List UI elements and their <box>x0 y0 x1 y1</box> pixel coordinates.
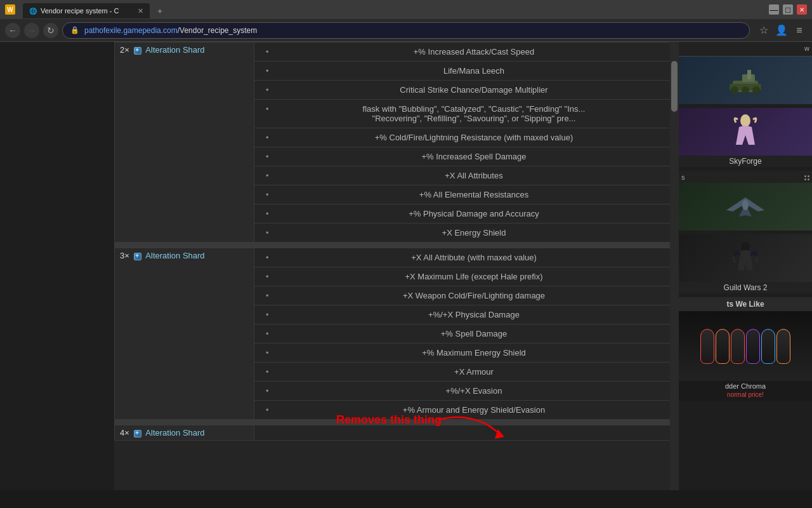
dot-grid-icon-2 <box>804 172 809 182</box>
result-item: Critical Strike Chance/Damage Multiplier <box>259 83 673 97</box>
ad-mouse-product[interactable]: dder Chroma normal price! <box>679 311 812 401</box>
alteration-shard-link-4x[interactable]: Alteration Shard <box>145 428 204 438</box>
section-2x-row: 2× Alteration Shard +% Increased Attack/… <box>115 43 679 62</box>
fantasy-character-icon <box>733 113 758 151</box>
result-item: +% Spell Damage <box>259 327 673 340</box>
result-item: +% All Elemental Resistances <box>259 188 673 201</box>
guildwars-game-image <box>679 234 812 282</box>
alteration-shard-link-3x[interactable]: Alteration Shard <box>145 251 204 260</box>
result-cell-3x-1: +X All Attribute (with maxed value) <box>254 248 679 267</box>
result-item: +% Maximum Energy Shield <box>259 346 673 359</box>
back-button[interactable]: ← <box>5 23 20 38</box>
mouse-product-image <box>679 311 812 381</box>
result-item: +X Maximum Life (except Hale prefix) <box>259 270 673 283</box>
url-display: pathofexile.gamepedia.com/Vendor_recipe_… <box>84 26 257 35</box>
browser-icon: W <box>5 4 15 15</box>
ad-guildwars-game[interactable]: Guild Wars 2 <box>679 234 812 293</box>
quantity-3x-cell: 3× Alteration Shard <box>115 248 254 420</box>
result-item: +% Cold/Fire/Lightning Resistance (with … <box>259 131 673 144</box>
mouse-3 <box>731 329 745 364</box>
row-divider-2 <box>115 420 679 425</box>
ad-top-section: w <box>679 42 812 57</box>
maximize-button[interactable]: □ <box>783 4 793 15</box>
result-item: +X Energy Shield <box>259 226 673 239</box>
tank-icon <box>723 65 768 97</box>
ad-fantasy-game[interactable]: SkyForge <box>679 108 812 167</box>
svg-point-8 <box>740 114 750 127</box>
row-divider <box>115 243 679 248</box>
result-cell-2x-8: +% All Elemental Resistances <box>254 185 679 204</box>
svg-point-7 <box>752 86 760 94</box>
menu-button[interactable]: ≡ <box>792 23 807 38</box>
forward-button[interactable]: → <box>24 23 39 38</box>
right-sidebar: w <box>679 42 812 490</box>
title-bar: W 🌐 Vendor recipe system - C ✕ + — □ ✕ <box>0 0 812 19</box>
recipe-table: 2× Alteration Shard +% Increased Attack/… <box>114 42 679 441</box>
result-cell-3x-6: +% Maximum Energy Shield <box>254 344 679 363</box>
mouse-1 <box>700 329 714 364</box>
result-item: +X Weapon Cold/Fire/Lighting damage <box>259 289 673 302</box>
svg-point-9 <box>742 200 749 210</box>
ad-section-s: s <box>681 173 685 181</box>
page-scrollbar[interactable] <box>670 42 679 490</box>
result-cell-3x-4: +%/+X Physical Damage <box>254 305 679 324</box>
browser-chrome: W 🌐 Vendor recipe system - C ✕ + — □ ✕ ←… <box>0 0 812 42</box>
quantity-4x-number: 4× <box>120 428 129 438</box>
result-item: +%/+X Physical Damage <box>259 308 673 321</box>
address-bar[interactable]: 🔒 pathofexile.gamepedia.com/Vendor_recip… <box>62 22 750 39</box>
nav-bar: ← → ↻ 🔒 pathofexile.gamepedia.com/Vendor… <box>0 19 812 42</box>
result-cell-2x-3: Critical Strike Chance/Damage Multiplier <box>254 81 679 100</box>
warrior-icon <box>733 237 758 279</box>
bookmark-button[interactable]: ☆ <box>756 23 771 38</box>
result-item: +X All Attributes <box>259 169 673 182</box>
nav-right-buttons: ☆ 👤 ≡ <box>756 23 807 38</box>
result-item: +% Armour and Energy Shield/Evasion <box>259 403 673 417</box>
ad-section-w: w <box>681 44 809 53</box>
svg-rect-4 <box>747 70 751 79</box>
result-cell-2x-7: +X All Attributes <box>254 166 679 185</box>
skyforge-title: SkyForge <box>679 156 812 167</box>
tab-label: Vendor recipe system - C <box>41 7 119 15</box>
user-button[interactable]: 👤 <box>774 23 789 38</box>
result-cell-3x-7: +X Armour <box>254 363 679 382</box>
ad-s-section: s <box>679 171 812 183</box>
result-item: +X Armour <box>259 365 673 378</box>
mouse-4 <box>746 329 760 364</box>
alteration-shard-link-2x[interactable]: Alteration Shard <box>145 45 204 55</box>
result-item: +% Increased Spell Damage <box>259 150 673 163</box>
left-sidebar <box>0 42 114 490</box>
result-cell-2x-5: +% Cold/Fire/Lightning Resistance (with … <box>254 128 679 147</box>
active-tab[interactable]: 🌐 Vendor recipe system - C ✕ <box>23 3 150 18</box>
ad-aircraft-game[interactable] <box>679 183 812 231</box>
mouse-2 <box>716 329 730 364</box>
aircraft-icon <box>723 191 768 223</box>
new-tab-button[interactable]: + <box>152 3 167 18</box>
tab-close-button[interactable]: ✕ <box>138 7 143 15</box>
reload-button[interactable]: ↻ <box>43 23 58 38</box>
ad-products-title: ts We Like <box>679 297 812 311</box>
alteration-icon-3x <box>134 253 141 260</box>
result-cell-3x-8: +%/+X Evasion <box>254 382 679 401</box>
minimize-button[interactable]: — <box>769 4 779 15</box>
quantity-2x-number: 2× <box>120 45 129 55</box>
result-cell-3x-5: +% Spell Damage <box>254 324 679 344</box>
mouse-5 <box>761 329 775 364</box>
alteration-icon-4x <box>134 430 141 438</box>
tank-game-image <box>679 57 812 104</box>
scrollbar-track <box>670 42 679 490</box>
alteration-icon-2x <box>134 47 141 55</box>
aircraft-game-image <box>679 183 812 231</box>
mice-row <box>700 329 790 364</box>
quantity-2x-cell: 2× Alteration Shard <box>115 43 254 243</box>
close-button[interactable]: ✕ <box>797 4 807 15</box>
result-item: Life/Mana Leech <box>259 64 673 77</box>
scrollbar-thumb[interactable] <box>671 61 678 112</box>
svg-point-6 <box>742 86 749 94</box>
result-item: +% Increased Attack/Cast Speed <box>259 45 673 58</box>
result-cell-3x-2: +X Maximum Life (except Hale prefix) <box>254 267 679 286</box>
ad-tank-game[interactable] <box>679 57 812 104</box>
guildwars-title: Guild Wars 2 <box>679 282 812 293</box>
security-icon: 🔒 <box>70 26 79 34</box>
result-cell-4x <box>254 425 679 441</box>
result-item: flask with "Bubbling", "Catalyzed", "Cau… <box>259 102 673 125</box>
